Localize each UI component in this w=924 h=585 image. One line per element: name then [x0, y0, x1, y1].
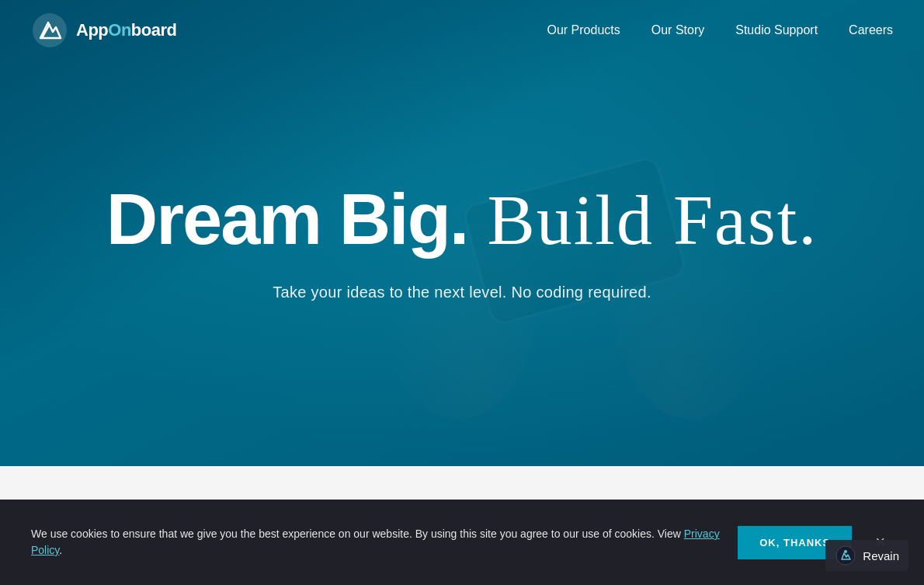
revain-badge[interactable]: Revain [825, 540, 908, 571]
svg-point-0 [33, 13, 67, 47]
logo-icon [31, 12, 68, 49]
navbar: AppOnboard Our Products Our Story Studio… [0, 0, 924, 61]
revain-text: Revain [863, 549, 899, 562]
hero-subtitle: Take your ideas to the next level. No co… [273, 284, 651, 301]
nav-our-story[interactable]: Our Story [651, 23, 704, 37]
cookie-banner: We use cookies to ensure that we give yo… [0, 500, 924, 585]
cookie-message: We use cookies to ensure that we give yo… [31, 526, 722, 559]
nav-studio-support[interactable]: Studio Support [735, 23, 818, 37]
hero-title: Dream Big. Build Fast. [106, 180, 818, 259]
nav-our-products[interactable]: Our Products [547, 23, 620, 37]
logo-text: AppOnboard [76, 20, 176, 40]
revain-icon [835, 545, 856, 566]
hero-title-script: Build Fast. [467, 180, 818, 259]
nav-careers[interactable]: Careers [849, 23, 893, 37]
hero-content: Dream Big. Build Fast. Take your ideas t… [0, 0, 924, 466]
logo[interactable]: AppOnboard [31, 12, 176, 49]
svg-point-2 [844, 550, 847, 553]
hero-title-regular: Dream Big. [106, 179, 468, 259]
hero-section: Dream Big. Build Fast. Take your ideas t… [0, 0, 924, 466]
nav-links: Our Products Our Story Studio Support Ca… [547, 23, 894, 37]
